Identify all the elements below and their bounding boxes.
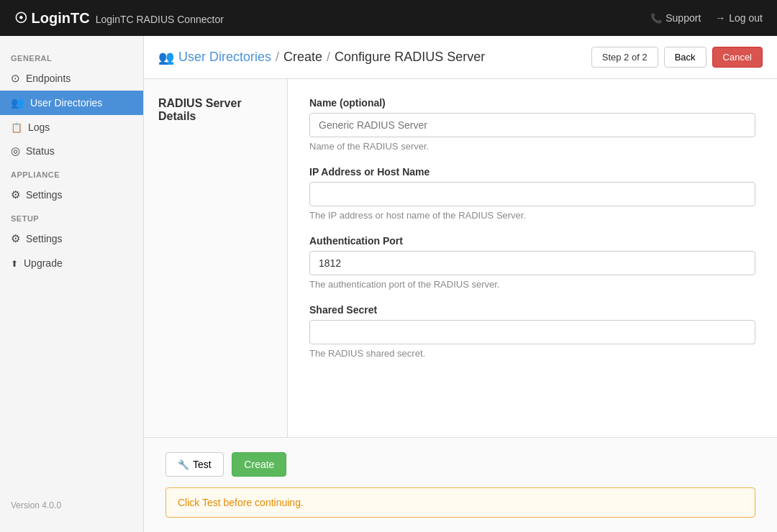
test-label: Test xyxy=(193,459,212,470)
endpoints-icon xyxy=(11,72,20,85)
version: Version 4.0.0 xyxy=(0,490,143,521)
port-help: The authentication port of the RADIUS se… xyxy=(309,279,755,290)
product-name: LoginTC RADIUS Connector xyxy=(96,14,224,25)
alert-warning: Click Test before continuing. xyxy=(165,487,755,518)
sidebar-item-status[interactable]: Status xyxy=(0,139,143,163)
port-label: Authentication Port xyxy=(309,235,755,247)
main-content: User Directories / Create / Configure RA… xyxy=(144,36,777,532)
page-header: User Directories / Create / Configure RA… xyxy=(144,36,777,79)
sidebar-item-upgrade[interactable]: Upgrade xyxy=(0,251,143,275)
logo-text: LoginTC xyxy=(32,10,90,26)
wrench-icon xyxy=(178,459,189,470)
sidebar-item-appliance-settings-label: Settings xyxy=(26,189,63,201)
form-area: RADIUS Server Details Name (optional) Na… xyxy=(144,79,777,437)
ip-input[interactable] xyxy=(309,182,755,206)
sidebar-item-status-label: Status xyxy=(26,145,55,157)
upgrade-icon xyxy=(11,257,18,269)
sidebar-item-endpoints[interactable]: Endpoints xyxy=(0,66,143,91)
sidebar-item-endpoints-label: Endpoints xyxy=(26,73,71,84)
form-section-title: RADIUS Server Details xyxy=(158,97,273,123)
test-button[interactable]: Test xyxy=(165,452,224,477)
secret-label: Shared Secret xyxy=(309,304,755,316)
form-actions: Test Create Click Test before continuing… xyxy=(144,437,777,532)
port-group: Authentication Port The authentication p… xyxy=(309,235,755,290)
status-icon xyxy=(11,145,20,157)
support-label: Support xyxy=(665,12,701,24)
logs-icon xyxy=(11,121,22,133)
breadcrumb-configure: Configure RADIUS Server xyxy=(335,50,485,65)
form-main: Name (optional) Name of the RADIUS serve… xyxy=(288,79,777,437)
secret-input[interactable] xyxy=(309,320,755,344)
breadcrumb-sep2: / xyxy=(327,50,330,65)
support-link[interactable]: Support xyxy=(650,12,701,24)
name-help: Name of the RADIUS server. xyxy=(309,141,755,152)
logout-link[interactable]: Log out xyxy=(715,12,763,24)
logout-icon xyxy=(715,12,725,24)
secret-help: The RADIUS shared secret. xyxy=(309,348,755,359)
setup-section-label: SETUP xyxy=(0,207,143,226)
sidebar-item-setup-settings-label: Settings xyxy=(26,233,63,244)
breadcrumb-icon xyxy=(158,50,174,65)
sidebar-item-user-directories[interactable]: User Directories xyxy=(0,91,143,115)
brand: ☉ LoginTCLoginTC RADIUS Connector xyxy=(14,9,650,27)
appliance-settings-icon xyxy=(11,188,20,201)
logout-label: Log out xyxy=(729,12,763,24)
header-actions: Step 2 of 2 Back Cancel xyxy=(591,47,763,68)
form-sidebar: RADIUS Server Details xyxy=(144,79,288,437)
ip-help: The IP address or host name of the RADIU… xyxy=(309,210,755,221)
name-group: Name (optional) Name of the RADIUS serve… xyxy=(309,97,755,152)
general-section-label: GENERAL xyxy=(0,47,143,66)
back-button[interactable]: Back xyxy=(664,47,706,68)
setup-settings-icon xyxy=(11,232,20,245)
appliance-section-label: APPLIANCE xyxy=(0,163,143,183)
breadcrumb: User Directories / Create / Configure RA… xyxy=(158,50,485,65)
topnav-actions: Support Log out xyxy=(650,12,763,24)
ip-group: IP Address or Host Name The IP address o… xyxy=(309,166,755,221)
breadcrumb-user-directories-text: User Directories xyxy=(178,50,271,65)
name-input[interactable] xyxy=(309,113,755,137)
cancel-button[interactable]: Cancel xyxy=(712,47,763,68)
logo: ☉ LoginTCLoginTC RADIUS Connector xyxy=(14,9,224,27)
sidebar-item-user-directories-label: User Directories xyxy=(30,97,102,109)
step-indicator: Step 2 of 2 xyxy=(591,47,658,68)
users-icon xyxy=(11,96,24,109)
sidebar-item-upgrade-label: Upgrade xyxy=(24,257,63,269)
create-button[interactable]: Create xyxy=(232,452,286,477)
sidebar-item-setup-settings[interactable]: Settings xyxy=(0,226,143,251)
name-label: Name (optional) xyxy=(309,97,755,109)
port-input[interactable] xyxy=(309,251,755,275)
topnav: ☉ LoginTCLoginTC RADIUS Connector Suppor… xyxy=(0,0,777,36)
sidebar-item-logs-label: Logs xyxy=(28,121,50,133)
sidebar-item-logs[interactable]: Logs xyxy=(0,115,143,139)
ip-label: IP Address or Host Name xyxy=(309,166,755,178)
breadcrumb-create: Create xyxy=(283,50,322,65)
secret-group: Shared Secret The RADIUS shared secret. xyxy=(309,304,755,359)
sidebar: GENERAL Endpoints User Directories Logs … xyxy=(0,36,144,532)
breadcrumb-user-directories-link[interactable]: User Directories xyxy=(178,50,271,65)
phone-icon xyxy=(650,12,662,24)
sidebar-item-appliance-settings[interactable]: Settings xyxy=(0,183,143,207)
breadcrumb-sep1: / xyxy=(276,50,279,65)
